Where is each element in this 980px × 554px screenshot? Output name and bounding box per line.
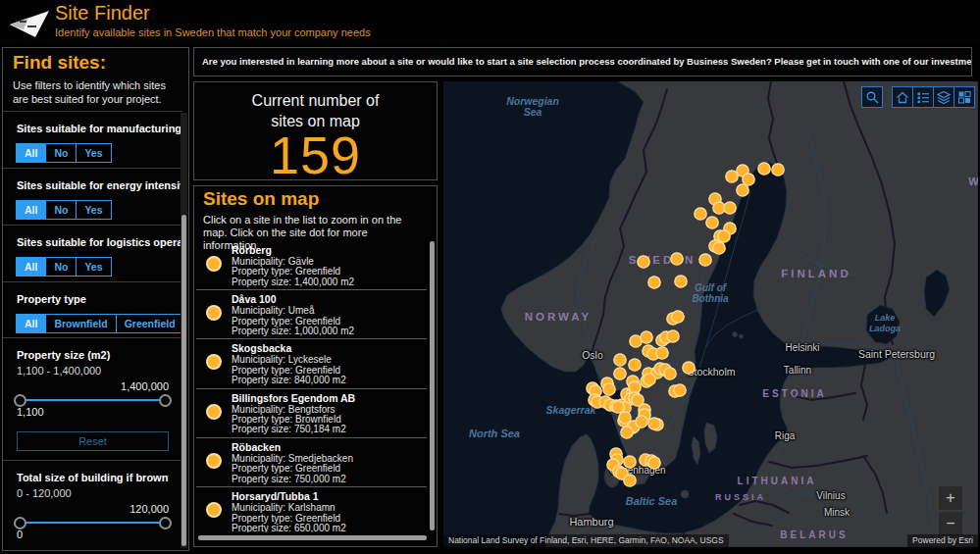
segmented-control: AllNoYes [17,143,182,163]
site-list-item[interactable]: RörbergMunicipality: GävleProperty type:… [196,241,427,290]
list-vertical-scrollbar[interactable] [430,241,435,530]
filter-section: Property typeAllBrownfieldGreenfield [3,281,182,338]
filter-label: Property size (m2) [17,349,169,361]
map-site-dot[interactable] [726,171,738,182]
site-list-item[interactable]: RöbackenMunicipality: SmedjebackenProper… [196,438,427,487]
slider-max-label: 120,000 [129,503,169,515]
site-name: Dåva 100 [232,293,354,305]
map-site-dot[interactable] [672,311,684,323]
filter-option-yes[interactable]: Yes [76,257,111,277]
map-site-dot[interactable] [675,276,687,287]
powered-by-esri: Powered by Esri [907,534,978,547]
map-site-dot[interactable] [699,254,711,266]
map-site-dot[interactable] [664,368,676,379]
filter-option-yes[interactable]: Yes [76,200,111,220]
map-site-dot[interactable] [683,362,695,374]
sidebar-scrollbar-thumb[interactable] [181,215,186,546]
site-list-item[interactable]: Billingsfors Egendom ABMunicipality: Ben… [196,389,427,438]
map-site-dot[interactable] [624,456,636,468]
map-site-dot[interactable] [614,354,626,366]
map-attribution: National Land Survey of Finland, Esri, H… [443,534,729,547]
map-site-dot[interactable] [674,384,686,396]
site-dot-icon [206,453,222,469]
site-property-size: Property size: 1,000,000 m2 [232,327,354,336]
map-site-dot[interactable] [706,217,718,228]
slider-max-handle[interactable] [159,517,172,529]
map-site-dot[interactable] [641,331,652,343]
basemap-icon [957,90,971,104]
map-site-dot[interactable] [671,253,683,265]
filter-list: Sites suitable for manufacturing:AllNoYe… [3,111,182,338]
site-name: Horsaryd/Tubba 1 [232,490,346,502]
filter-option-all[interactable]: All [16,200,46,220]
slider-track[interactable] [17,522,169,524]
map-site-dot[interactable] [737,184,748,196]
site-dots-layer [443,81,978,547]
map-site-dot[interactable] [644,374,655,385]
map-home-button[interactable] [892,86,913,108]
filter-option-all[interactable]: All [16,143,46,163]
map-site-dot[interactable] [758,163,770,175]
map-site-dot[interactable] [667,330,679,342]
site-name: Röbacken [232,441,353,453]
count-title-line1: Current number of [194,90,437,111]
filter-option-all[interactable]: All [16,257,46,277]
map-site-dot[interactable] [603,383,615,395]
slider-min-label: 0 [17,529,23,540]
filter-option-brownfield[interactable]: Brownfield [45,314,116,333]
site-list: RörbergMunicipality: GävleProperty type:… [196,241,427,532]
filter-label: Sites suitable for energy intensive op..… [17,179,182,191]
map-site-dot[interactable] [612,401,624,413]
map-container[interactable]: Norwegian SeaGulf of BothniaNorth SeaSka… [443,81,978,547]
map-site-dot[interactable] [648,418,660,429]
home-icon [896,90,909,104]
site-property-size: Property size: 750,000 m2 [232,475,353,484]
segmented-control: AllBrownfieldGreenfield [17,314,182,333]
map-site-dot[interactable] [695,208,706,220]
filter-label: Property type [17,293,182,305]
map-site-dot[interactable] [743,174,754,185]
business-sweden-logo-icon [8,7,51,38]
zoom-in-button[interactable]: + [939,486,962,510]
map-legend-button[interactable] [912,86,934,108]
map-layers-button[interactable] [933,86,954,108]
map-basemap-button[interactable] [954,86,975,108]
site-list-item[interactable]: Horsaryd/Tubba 1Municipality: KarlshamnP… [196,487,427,532]
reset-button[interactable]: Reset [17,431,169,451]
site-dot-icon [206,305,222,321]
slider-min-label: 1,100 [17,406,44,418]
map-site-dot[interactable] [624,475,636,486]
filter-label: Sites suitable for manufacturing: [17,123,182,134]
filter-option-no[interactable]: No [45,143,77,163]
map-site-dot[interactable] [713,242,725,254]
filter-option-yes[interactable]: Yes [76,143,111,163]
map-site-dot[interactable] [718,230,730,242]
map-site-dot[interactable] [638,256,649,268]
map-site-dot[interactable] [636,416,647,428]
filter-option-all[interactable]: All [16,314,46,333]
filter-option-no[interactable]: No [45,200,77,220]
map-site-dot[interactable] [629,359,641,371]
site-dot-icon [206,256,222,272]
filter-option-no[interactable]: No [45,257,77,277]
list-horizontal-scrollbar[interactable] [198,535,427,540]
site-list-item[interactable]: Dåva 100Municipality: UmeåProperty type:… [196,290,427,339]
slider-max-handle[interactable] [159,394,172,407]
site-list-item[interactable]: SkogsbackaMunicipality: LyckeselePropert… [196,339,427,388]
map-search-button[interactable] [861,86,883,108]
page-title: Site Finder [55,2,150,25]
map-site-dot[interactable] [648,277,660,288]
slider-track[interactable] [17,399,169,401]
map-site-dot[interactable] [656,347,668,359]
map-site-dot[interactable] [614,368,626,379]
site-name: Billingsfors Egendom AB [232,392,355,404]
filter-section: Sites suitable for energy intensive op..… [3,168,182,225]
map-site-dot[interactable] [648,457,660,469]
site-property-size: Property size: 840,000 m2 [232,376,346,385]
zoom-out-button[interactable]: − [939,512,962,535]
map-site-dot[interactable] [724,202,736,214]
map-site-dot[interactable] [772,164,784,176]
filter-option-greenfield[interactable]: Greenfield [116,314,184,333]
map-site-dot[interactable] [621,427,633,438]
sidebar-scrollbar[interactable] [181,113,187,548]
